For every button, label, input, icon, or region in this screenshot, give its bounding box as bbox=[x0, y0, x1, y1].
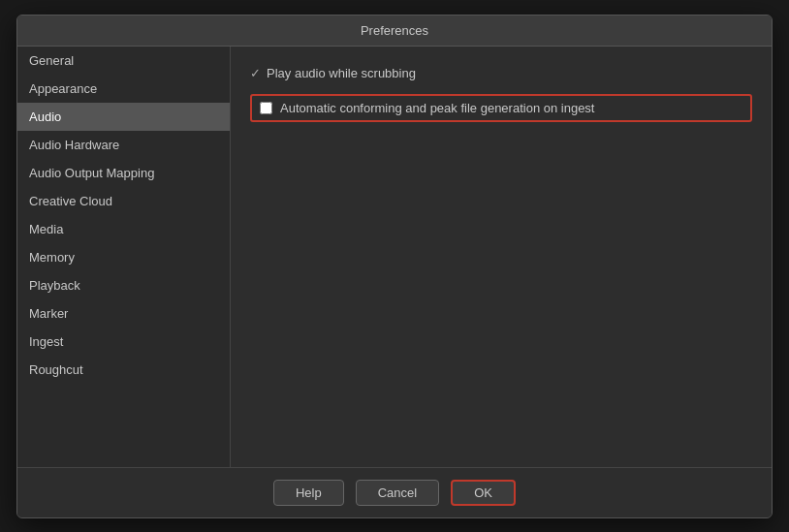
checkmark-play-audio: ✓ bbox=[250, 66, 261, 80]
option-auto-conform-label: Automatic conforming and peak file gener… bbox=[280, 101, 594, 115]
dialog-title: Preferences bbox=[17, 16, 772, 47]
main-panel: ✓ Play audio while scrubbing Automatic c… bbox=[231, 47, 772, 467]
sidebar-item-media[interactable]: Media bbox=[17, 215, 230, 243]
cancel-button[interactable]: Cancel bbox=[356, 480, 439, 506]
dialog-footer: Help Cancel OK bbox=[17, 467, 772, 517]
sidebar-item-general[interactable]: General bbox=[17, 47, 230, 75]
ok-button[interactable]: OK bbox=[451, 480, 516, 506]
sidebar-item-creative-cloud[interactable]: Creative Cloud bbox=[17, 187, 230, 215]
sidebar-item-audio[interactable]: Audio bbox=[17, 103, 230, 131]
sidebar-item-memory[interactable]: Memory bbox=[17, 243, 230, 271]
help-button[interactable]: Help bbox=[273, 480, 344, 506]
option-auto-conform-row: Automatic conforming and peak file gener… bbox=[250, 94, 752, 122]
sidebar: GeneralAppearanceAudioAudio HardwareAudi… bbox=[17, 47, 231, 467]
dialog-content: GeneralAppearanceAudioAudio HardwareAudi… bbox=[17, 47, 772, 467]
option-play-audio-row: ✓ Play audio while scrubbing bbox=[250, 66, 752, 80]
sidebar-item-roughcut[interactable]: Roughcut bbox=[17, 356, 230, 384]
sidebar-item-ingest[interactable]: Ingest bbox=[17, 328, 230, 356]
sidebar-item-audio-hardware[interactable]: Audio Hardware bbox=[17, 131, 230, 159]
preferences-dialog: Preferences GeneralAppearanceAudioAudio … bbox=[16, 15, 773, 518]
sidebar-item-appearance[interactable]: Appearance bbox=[17, 75, 230, 103]
option-play-audio-label: Play audio while scrubbing bbox=[267, 66, 416, 80]
sidebar-item-marker[interactable]: Marker bbox=[17, 299, 230, 328]
sidebar-item-audio-output-mapping[interactable]: Audio Output Mapping bbox=[17, 159, 230, 187]
checkbox-auto-conform[interactable] bbox=[260, 102, 272, 114]
sidebar-item-playback[interactable]: Playback bbox=[17, 271, 230, 299]
